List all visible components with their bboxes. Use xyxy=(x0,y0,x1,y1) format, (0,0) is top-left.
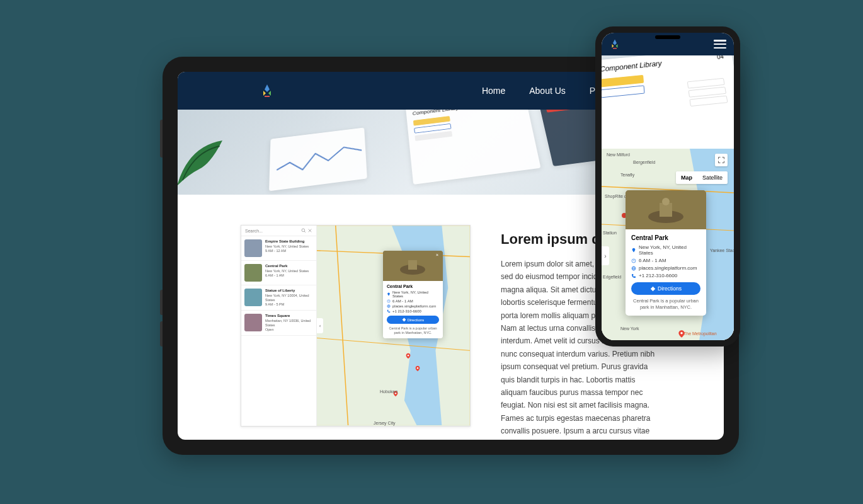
clock-icon xyxy=(387,299,391,303)
map-label: The Metropolitan xyxy=(683,331,717,336)
directions-button[interactable]: Directions xyxy=(387,316,439,324)
globe-icon xyxy=(387,304,391,308)
mobile-map[interactable]: Map Satellite New Milford Bergenfield Te… xyxy=(602,149,734,340)
directions-button[interactable]: Directions xyxy=(631,282,700,295)
map-canvas[interactable]: ‹ Jersey City Hoboken × Cent xyxy=(317,226,470,426)
place-name: Times Square xyxy=(265,314,313,319)
place-hours: 9 AM - 12 AM xyxy=(265,249,309,253)
popup-hero-image xyxy=(383,251,443,281)
phone-notch xyxy=(655,35,680,39)
popup-website: places.singleplatform.com xyxy=(639,265,697,271)
clock-icon xyxy=(631,258,636,263)
map-label: Tenafly xyxy=(620,173,634,177)
map-label: Jersey City xyxy=(374,421,396,425)
place-item[interactable]: Times Square Manhattan, NY 10036, United… xyxy=(241,311,316,336)
nav-home[interactable]: Home xyxy=(482,86,505,96)
phone-icon xyxy=(387,309,391,313)
search-bar[interactable]: Search... xyxy=(241,226,316,236)
place-name: Statue of Liberty xyxy=(265,289,313,294)
popup-website: places.singleplatform.com xyxy=(392,304,436,308)
svg-point-9 xyxy=(408,355,409,357)
map-label: Edgefield xyxy=(603,275,621,279)
brand-logo[interactable] xyxy=(260,83,275,98)
place-item[interactable]: Empire State Building New York, NY, Unit… xyxy=(241,236,316,261)
popup-phone: +1 212-310-6600 xyxy=(392,309,421,313)
map-label: Hoboken xyxy=(380,389,397,394)
place-address: New York, NY 10004, United States xyxy=(265,294,313,302)
place-hours: 6 AM - 1 AM xyxy=(265,273,309,278)
directions-icon xyxy=(402,318,406,322)
place-item[interactable]: Central Park New York, NY, United States… xyxy=(241,261,316,285)
directions-icon xyxy=(650,286,656,292)
hamburger-menu-button[interactable] xyxy=(714,40,726,49)
globe-icon xyxy=(631,266,636,271)
map-pin-icon[interactable] xyxy=(677,328,686,340)
map-label: New Milford xyxy=(607,152,630,157)
map-widget: Search... Empire State Building New York… xyxy=(241,225,471,427)
map-pin-icon[interactable] xyxy=(405,352,411,360)
popup-close-button[interactable]: × xyxy=(436,253,441,258)
place-thumbnail xyxy=(244,264,262,282)
place-item[interactable]: Statue of Liberty New York, NY 10004, Un… xyxy=(241,285,316,311)
brand-logo[interactable] xyxy=(609,38,620,50)
popup-address: New York, NY, United States xyxy=(392,290,439,298)
satellite-tab[interactable]: Satellite xyxy=(697,171,728,184)
fullscreen-button[interactable] xyxy=(715,154,728,166)
svg-point-28 xyxy=(662,198,670,205)
location-icon xyxy=(631,248,636,253)
popup-title: Central Park xyxy=(387,284,439,289)
place-thumbnail xyxy=(244,314,262,331)
search-placeholder: Search... xyxy=(245,229,300,233)
tablet-power xyxy=(160,120,163,158)
popup-hours: 6 AM - 1 AM xyxy=(639,258,666,263)
hero-card xyxy=(269,127,367,191)
place-address: Manhattan, NY 10036, United States xyxy=(265,319,313,328)
place-thumbnail xyxy=(244,239,262,257)
place-popup: Central Park New York, NY, United States… xyxy=(626,190,706,316)
popup-hours: 6 AM - 1 AM xyxy=(392,299,413,303)
svg-point-1 xyxy=(302,229,305,232)
svg-rect-0 xyxy=(265,96,270,97)
popup-description: Central Park is a popular urban park in … xyxy=(387,326,439,335)
place-hours: 9 AM - 5 PM xyxy=(265,302,313,307)
map-label: New York xyxy=(620,326,639,331)
svg-rect-19 xyxy=(613,48,617,49)
place-thumbnail xyxy=(244,289,262,306)
popup-hero-image xyxy=(626,190,706,229)
popup-title: Central Park xyxy=(631,234,700,241)
svg-line-2 xyxy=(304,231,306,232)
location-icon xyxy=(387,292,391,296)
hero-card: Component Library 04 xyxy=(406,110,541,185)
tablet-volume-down xyxy=(160,290,163,315)
places-sidebar: Search... Empire State Building New York… xyxy=(241,226,317,426)
popup-address: New York, NY, United States xyxy=(639,244,700,256)
map-pin-icon[interactable] xyxy=(414,364,421,373)
nav-about[interactable]: About Us xyxy=(529,86,566,96)
place-name: Central Park xyxy=(265,264,309,269)
place-address: New York, NY, United States xyxy=(265,244,309,249)
svg-point-10 xyxy=(417,367,419,369)
phone-icon xyxy=(631,273,636,278)
place-popup: × Central Park New York, NY, United Stat… xyxy=(383,251,443,338)
map-label: Bergenfield xyxy=(633,160,655,164)
svg-point-23 xyxy=(680,332,683,335)
phone-screen: Component Library 04 xyxy=(602,33,734,340)
fullscreen-icon xyxy=(717,156,725,164)
tablet-volume-up xyxy=(160,321,163,346)
place-hours: Open xyxy=(265,328,313,332)
place-name: Empire State Building xyxy=(265,239,309,244)
svg-rect-14 xyxy=(408,260,417,270)
map-type-tabs: Map Satellite xyxy=(676,171,728,184)
map-label: Station xyxy=(603,231,617,235)
map-label: Yankee Stadium xyxy=(710,248,734,253)
place-address: New York, NY, United States xyxy=(265,269,309,273)
popup-description: Central Park is a popular urban park in … xyxy=(631,298,700,311)
phone-device: Component Library 04 xyxy=(595,26,740,346)
close-icon[interactable] xyxy=(307,228,312,233)
sidebar-expand-button[interactable]: › xyxy=(602,246,609,265)
search-icon xyxy=(301,228,306,233)
mobile-hero: Component Library 04 xyxy=(602,55,734,149)
map-tab[interactable]: Map xyxy=(676,171,697,184)
popup-phone: +1 212-310-6600 xyxy=(639,273,677,278)
